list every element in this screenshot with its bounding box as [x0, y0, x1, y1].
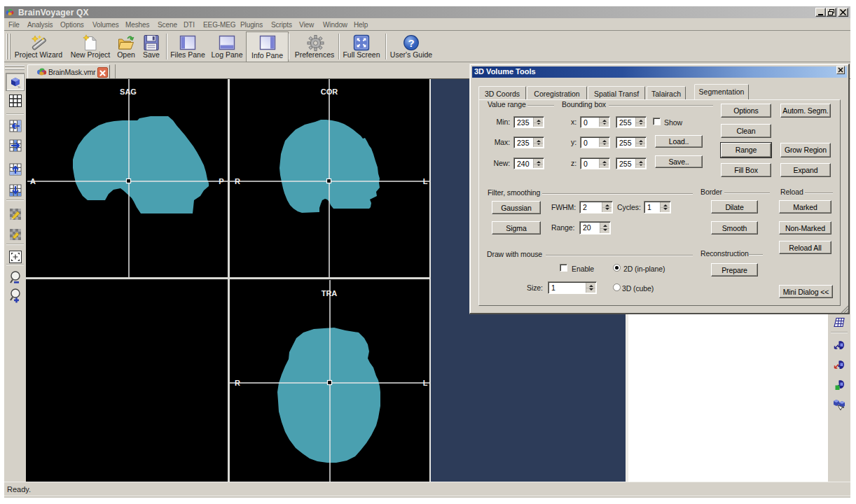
svg-text:R: R [235, 379, 240, 387]
svg-text:?: ? [408, 37, 414, 49]
svg-text:SAG: SAG [120, 88, 137, 96]
svg-text:L: L [423, 379, 428, 387]
svg-text:R: R [235, 177, 240, 186]
svg-text:A: A [30, 177, 36, 186]
svg-text:L: L [423, 177, 428, 186]
svg-text:P: P [219, 177, 223, 186]
svg-text:TRA: TRA [322, 289, 338, 298]
svg-text:COR: COR [321, 88, 338, 96]
